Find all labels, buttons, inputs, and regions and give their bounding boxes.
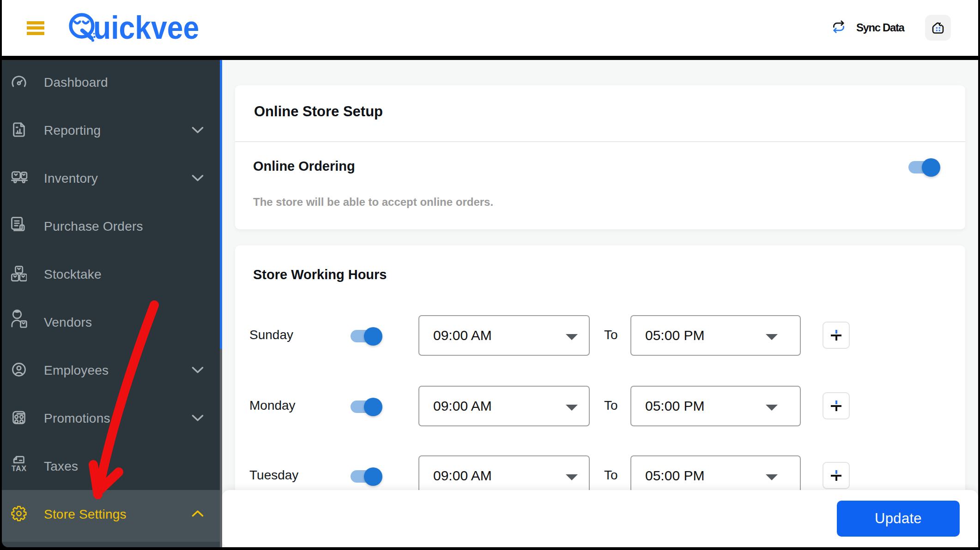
svg-text:TAX: TAX (12, 464, 27, 472)
